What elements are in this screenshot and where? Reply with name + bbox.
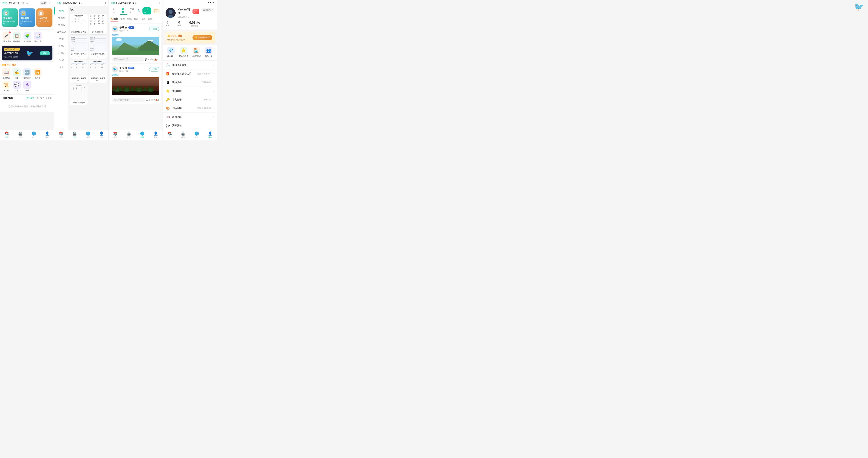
nav-learn-3[interactable]: 📚 学习 bbox=[108, 131, 122, 139]
sidebar-error[interactable]: 错题本 bbox=[54, 14, 68, 22]
expand-icon-2[interactable]: ⊡ bbox=[103, 1, 106, 4]
comment-input-1[interactable]: 写下你的评论吧~ bbox=[112, 57, 144, 62]
quick-exam-renew[interactable]: 📋 试卷翻新 bbox=[12, 32, 22, 43]
material-table4[interactable]: 国家法定计量换算单位表 单位名 符号 换算 吨t1000kg 千克kg1000g… bbox=[89, 60, 107, 83]
sidebar-calligraphy[interactable]: 书法 bbox=[54, 36, 68, 42]
zone-english-essay[interactable]: 🔤 英语作文 bbox=[23, 68, 32, 79]
stat-following[interactable]: 0 关注 bbox=[165, 21, 169, 28]
zone-vocab[interactable]: 🈶 学字词 bbox=[33, 68, 42, 79]
comment-count-1[interactable]: 💬 0 bbox=[145, 59, 149, 61]
follow-btn-1[interactable]: + 关注 bbox=[149, 27, 159, 31]
feature-error-sort[interactable]: 📝 错题整理 快捷搜索 详细解析 bbox=[2, 8, 18, 27]
cat-recommend[interactable]: 推荐 bbox=[120, 17, 125, 22]
nav-discover-1[interactable]: 🌐 发现 bbox=[27, 131, 40, 139]
nav-learn-2[interactable]: 📚 学习 bbox=[54, 131, 68, 139]
link-my-material[interactable]: 💎 我的素材 bbox=[165, 47, 178, 58]
material-math-table[interactable]: 20以内加法口诀表 20以内加法口诀表 +1234 12345 23456 34… bbox=[70, 14, 88, 34]
stat-followers[interactable]: 0 粉丝 bbox=[178, 21, 181, 28]
sidebar-answer[interactable]: 答题纸 bbox=[54, 22, 68, 29]
link-coin-shop[interactable]: 🏪 咕咕币商城 bbox=[190, 47, 203, 58]
material-write2[interactable]: Nn Nn Nn Nn Oo Oo Oo Oo Pp Pp Pp Pp Qq Q… bbox=[89, 36, 107, 59]
zone-quotes[interactable]: 💬 名句 bbox=[12, 81, 21, 92]
share-count-2[interactable]: 📤 5 bbox=[155, 99, 159, 101]
nav-learn-4[interactable]: 📚 学习 bbox=[163, 131, 177, 139]
nav-mine-4[interactable]: 👤 我的 bbox=[204, 131, 217, 139]
cat-wallpaper[interactable]: 壁纸 bbox=[127, 17, 132, 22]
nav-discover-4[interactable]: 🌐 发现 bbox=[190, 131, 204, 139]
zone-essay[interactable]: ✍️ 作文 bbox=[12, 68, 21, 79]
quick-voice-error[interactable]: 🎤 1 语音错题本 bbox=[2, 32, 11, 43]
nav-print-4[interactable]: 🖨️ 打印 bbox=[177, 131, 190, 139]
nav-print-3[interactable]: 🖨️ 打印 bbox=[122, 131, 135, 139]
cat-comic[interactable]: 漫画 bbox=[141, 17, 145, 22]
menu-icon-1[interactable]: ☰ bbox=[49, 2, 52, 5]
nav-print-1[interactable]: 🖨️ 打印 bbox=[13, 131, 27, 139]
nav-mine-2[interactable]: 👤 我的 bbox=[95, 131, 108, 139]
nav-mine-1[interactable]: 👤 我的 bbox=[40, 131, 54, 139]
like-count-1[interactable]: 🤍 0 bbox=[150, 59, 154, 61]
zone-poetry[interactable]: 📜 古诗词 bbox=[2, 81, 11, 92]
follow-btn-2[interactable]: + 关注 bbox=[149, 67, 159, 71]
feature-photo-print[interactable]: 🖼️ 图片打印 个性美图 随心所印 bbox=[19, 8, 35, 27]
tab-daily-english[interactable]: 每日英语 bbox=[36, 97, 44, 100]
banner-goto-btn[interactable]: 立即前往 bbox=[39, 51, 50, 56]
nav-discover-3[interactable]: 🌐 发现 bbox=[135, 131, 149, 139]
search-icon-3[interactable]: 🔍 bbox=[137, 9, 141, 12]
sidebar-schedule[interactable]: 计划表 bbox=[54, 50, 68, 57]
py6: ü bbox=[84, 87, 87, 88]
comment-input-2[interactable]: 写下你的评论吧~ bbox=[112, 98, 145, 102]
material-write1[interactable]: Aa Aa Aa Aa Bb Bb Bb Bb Cc Cc Cc Cc Dd D… bbox=[70, 36, 88, 59]
nav-mine-3[interactable]: 👤 我的 bbox=[149, 131, 162, 139]
material-alphabet[interactable]: Aa Bb Cc Dd Ee Ff Gg Hh Ii Jj Kk Ll bbox=[89, 14, 107, 34]
sidebar-reading[interactable]: 读书笔记 bbox=[54, 29, 68, 36]
material-table3[interactable]: 国家法定计量换算单位表 单位名 符号 换算 千米km1000m 米m100cm … bbox=[70, 60, 88, 83]
zone-idiom[interactable]: 成 成语 bbox=[23, 81, 32, 92]
tab-material[interactable]: 素材 bbox=[120, 7, 127, 15]
menu-custom[interactable]: 🎨 咕咕定制 定制专属咕咕机 › bbox=[163, 104, 217, 112]
post-button[interactable]: + 发帖 bbox=[143, 7, 151, 14]
feature-doc-print[interactable]: 📄 文档打印 海量文档 高清打印 bbox=[36, 8, 53, 27]
nav-learn-1[interactable]: 📚 学习 bbox=[0, 131, 13, 139]
play-icon-1[interactable]: ▶ bbox=[27, 2, 28, 4]
menu-guide[interactable]: 📖 常用指南 › bbox=[163, 112, 217, 121]
material-pinyin[interactable]: 汉语拼音字母表 aoeiuü bpmfdt nlgkhj qxzhchshr 汉… bbox=[70, 85, 88, 105]
tab-order[interactable]: 订阅号 bbox=[129, 8, 135, 14]
link-my-friends[interactable]: 👥 我的好友 bbox=[203, 47, 215, 58]
c19: 6 bbox=[81, 22, 83, 24]
close-btn-4[interactable]: ✕ bbox=[213, 1, 215, 4]
nav-print-2[interactable]: 🖨️ 打印 bbox=[68, 131, 81, 139]
sidebar-worksheet[interactable]: 工作表 bbox=[54, 42, 68, 50]
play-icon-3[interactable]: ▶ bbox=[135, 2, 136, 4]
like-count-2[interactable]: 🤍 0 bbox=[151, 99, 155, 101]
menu-feedback[interactable]: 💬 我要反馈 › bbox=[163, 121, 217, 130]
refresh-btn[interactable]: ↻ 刷新 bbox=[46, 97, 52, 100]
sidebar-register[interactable]: 登记 bbox=[54, 57, 68, 64]
menu-notifications[interactable]: 📩 我的消息通知 › bbox=[163, 61, 217, 69]
tab-follow[interactable]: 关注 bbox=[111, 7, 118, 14]
menu-invite[interactable]: 🎁 邀请好友赚咕咕币 邀好友一起学习 › bbox=[163, 69, 217, 78]
menu-secret[interactable]: 🔑 咕友密令 趣味纸条 › bbox=[163, 95, 217, 104]
nav-discover-2[interactable]: 🌐 发现 bbox=[82, 131, 95, 139]
expand-icon-3[interactable]: ⊡ bbox=[158, 1, 160, 4]
comment-count-2[interactable]: 💬 0 bbox=[146, 99, 150, 101]
cat-movie[interactable]: 影视 bbox=[148, 17, 152, 22]
edit-profile-btn[interactable]: 编辑资料 > bbox=[201, 8, 214, 12]
play-icon-2[interactable]: ▶ bbox=[81, 2, 82, 4]
menu-favorites[interactable]: ⭐ 我的收藏 › bbox=[163, 87, 217, 95]
checkin-btn[interactable]: 🪙 签到赚咕咕币 bbox=[192, 35, 212, 40]
print-section-title: 学习 bbox=[70, 7, 107, 14]
quick-smart-compose[interactable]: 🧩 智能组卷 bbox=[23, 32, 32, 43]
promo-banner[interactable]: 咕咕机×新东方 高中提分专区 名师 | 提分 | 课堂 🐦 立即前往 bbox=[2, 46, 53, 60]
tab-daily-chinese[interactable]: 每日汉语 bbox=[26, 97, 34, 100]
quick-real-exam[interactable]: 📑 真实试卷 bbox=[33, 32, 42, 43]
zone-guoxue[interactable]: 📖 国学经典 bbox=[2, 68, 11, 79]
more-button-1[interactable]: 其他 bbox=[40, 1, 48, 5]
sidebar-learn[interactable]: 学习 bbox=[54, 7, 68, 14]
copy-icon[interactable]: ⊙ bbox=[187, 15, 189, 18]
menu-device[interactable]: 📱 我的设备 分享咕咕机 › bbox=[163, 78, 217, 87]
sidebar-music[interactable]: 音乐 bbox=[54, 64, 68, 71]
cat-latest[interactable]: 🔥 最新 bbox=[111, 17, 118, 22]
share-count-1[interactable]: 📤 13 bbox=[154, 59, 159, 61]
link-my-subscription[interactable]: ⭐ 我的订阅号 bbox=[178, 47, 190, 58]
cat-illustration[interactable]: 插画 bbox=[134, 17, 138, 22]
